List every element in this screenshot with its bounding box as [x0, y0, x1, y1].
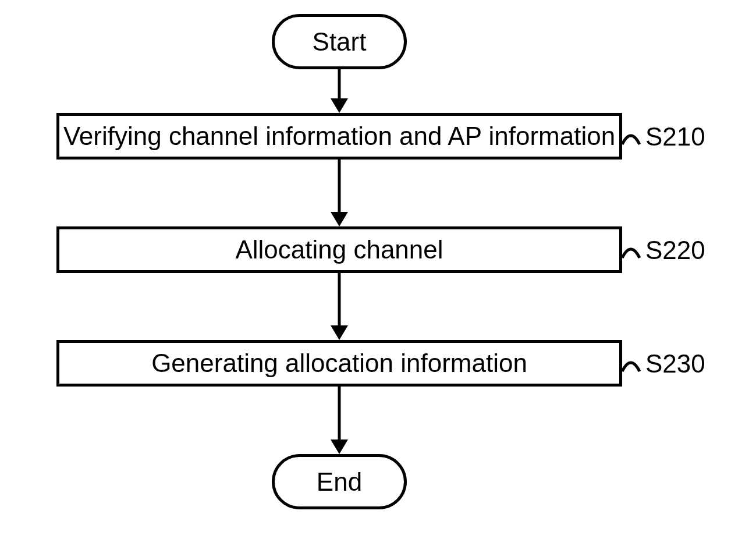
- arrow-step1-to-step2: [336, 160, 342, 226]
- end-terminator: End: [272, 454, 407, 509]
- step3-label: S230: [645, 349, 705, 378]
- svg-marker-7: [331, 440, 348, 454]
- start-label: Start: [313, 27, 367, 56]
- start-terminator: Start: [272, 14, 407, 69]
- arrow-step3-to-end: [336, 387, 342, 454]
- svg-marker-1: [331, 98, 348, 113]
- tick-s220: [622, 240, 640, 258]
- process-step-3: Generating allocation information: [56, 340, 622, 387]
- svg-marker-3: [331, 212, 348, 226]
- process-step-2: Allocating channel: [56, 226, 622, 273]
- step3-text: Generating allocation information: [151, 349, 527, 378]
- tick-s210: [622, 127, 640, 144]
- step1-label: S210: [645, 122, 705, 151]
- step2-label: S220: [645, 236, 705, 265]
- end-label: End: [317, 467, 362, 497]
- process-step-1: Verifying channel information and AP inf…: [56, 113, 622, 160]
- arrow-start-to-step1: [336, 69, 342, 113]
- tick-s230: [622, 354, 640, 371]
- arrow-step2-to-step3: [336, 273, 342, 340]
- step2-text: Allocating channel: [235, 235, 443, 264]
- step1-text: Verifying channel information and AP inf…: [63, 122, 615, 151]
- svg-marker-5: [331, 325, 348, 340]
